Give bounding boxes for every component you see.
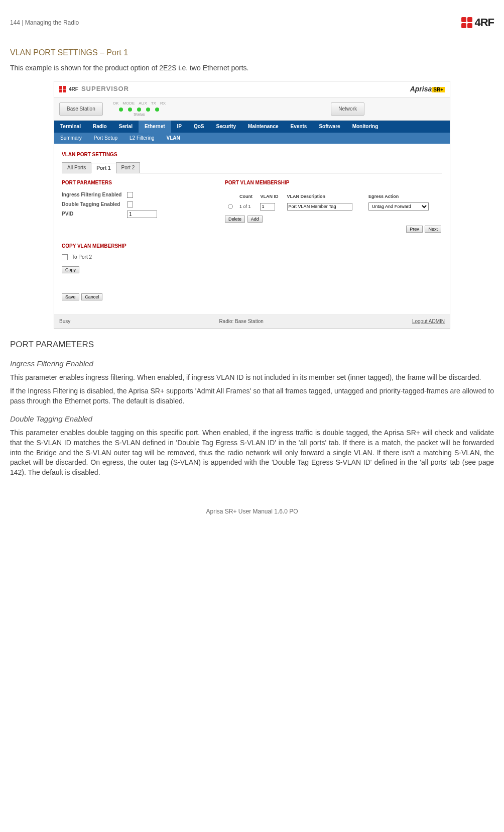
table-row: 1 of 1 Untag And Forward [226,201,441,212]
sub-nav: Summary Port Setup L2 Filtering VLAN [54,133,450,144]
ingress-p2: If the Ingress Filtering is disabled, th… [10,386,494,406]
tab-port2[interactable]: Port 2 [116,162,141,173]
nav-events[interactable]: Events [285,121,313,133]
vlan-id-input[interactable] [260,203,275,211]
save-button[interactable]: Save [62,293,79,300]
app-brand: 4RF SUPERVISOR [59,84,129,93]
network-button[interactable]: Network [331,102,364,116]
nav-security[interactable]: Security [210,121,242,133]
egress-action-select[interactable]: Untag And Forward [368,202,429,211]
tab-port1[interactable]: Port 1 [91,163,116,173]
ingress-filtering-heading: Ingress Filtering Enabled [10,358,494,369]
nav-maintenance[interactable]: Maintenance [242,121,285,133]
page-header-left: 144 | Managing the Radio [10,19,79,27]
supervisor-screenshot: 4RF SUPERVISOR AprisaSR+ Base Station OK… [54,81,450,329]
nav-terminal[interactable]: Terminal [54,121,87,133]
screenshot-footer: Busy Radio: Base Station Logout ADMIN [54,315,450,328]
ingress-filtering-checkbox[interactable] [127,192,133,198]
nav-monitoring[interactable]: Monitoring [346,121,385,133]
pvid-label: PVID [62,211,127,218]
port-vlan-membership-title: PORT VLAN MEMBERSHIP [225,179,442,186]
nav-qos[interactable]: QoS [188,121,210,133]
section-name: Managing the Radio [25,19,79,26]
to-port2-checkbox[interactable] [62,254,68,260]
logout-link[interactable]: Logout ADMIN [412,318,445,325]
nav-radio[interactable]: Radio [87,121,113,133]
ingress-filtering-label: Ingress Filtering Enabled [62,191,127,198]
membership-table: Count VLAN ID VLAN Description Egress Ac… [225,191,442,213]
base-station-button[interactable]: Base Station [59,102,103,116]
page-footer: Aprisa SR+ User Manual 1.6.0 PO [10,507,494,516]
pvid-input[interactable] [127,211,157,218]
cancel-button[interactable]: Cancel [81,293,102,300]
nav-serial[interactable]: Serial [113,121,139,133]
main-nav: Terminal Radio Serial Ethernet IP QoS Se… [54,121,450,133]
double-p1: This parameter enables double tagging on… [10,428,494,477]
subnav-summary[interactable]: Summary [54,133,88,144]
row-radio[interactable] [228,204,233,209]
page-number: 144 [10,19,20,26]
to-port2-label: To Port 2 [72,254,92,261]
intro-text: This example is shown for the product op… [10,63,494,73]
double-tagging-heading: Double Tagging Enabled [10,413,494,424]
nav-ethernet[interactable]: Ethernet [139,121,171,133]
port-parameters-heading: PORT PARAMETERS [10,339,494,351]
copy-vlan-title: COPY VLAN MEMBERSHIP [62,243,442,250]
add-button[interactable]: Add [247,216,263,223]
double-tagging-label: Double Tagging Enabled [62,201,127,208]
nav-ip[interactable]: IP [171,121,188,133]
port-parameters-title: PORT PARAMETERS [62,179,212,186]
subnav-l2filtering[interactable]: L2 Filtering [123,133,160,144]
ingress-p1: This parameter enables ingress filtering… [10,373,494,383]
radio-status: Radio: Base Station [219,318,263,325]
vlan-port-settings-title: VLAN PORT SETTINGS [62,151,442,158]
header-logo: 4RF [461,15,494,31]
page-title: VLAN PORT SETTINGS – Port 1 [10,47,494,58]
port-tabs: All Ports Port 1 Port 2 [62,162,442,173]
vlan-desc-input[interactable] [287,203,352,211]
double-tagging-checkbox[interactable] [127,201,133,207]
copy-button[interactable]: Copy [62,266,79,273]
status-busy: Busy [59,318,70,325]
nav-software[interactable]: Software [313,121,346,133]
next-button[interactable]: Next [425,226,441,233]
delete-button[interactable]: Delete [225,216,245,223]
subnav-vlan[interactable]: VLAN [161,133,186,144]
prev-button[interactable]: Prev [406,226,423,233]
subnav-portsetup[interactable]: Port Setup [88,133,123,144]
aprisa-logo: AprisaSR+ [410,84,445,94]
status-leds: OK MODE AUX TX RX Status [113,100,166,117]
tab-allports[interactable]: All Ports [62,162,91,173]
